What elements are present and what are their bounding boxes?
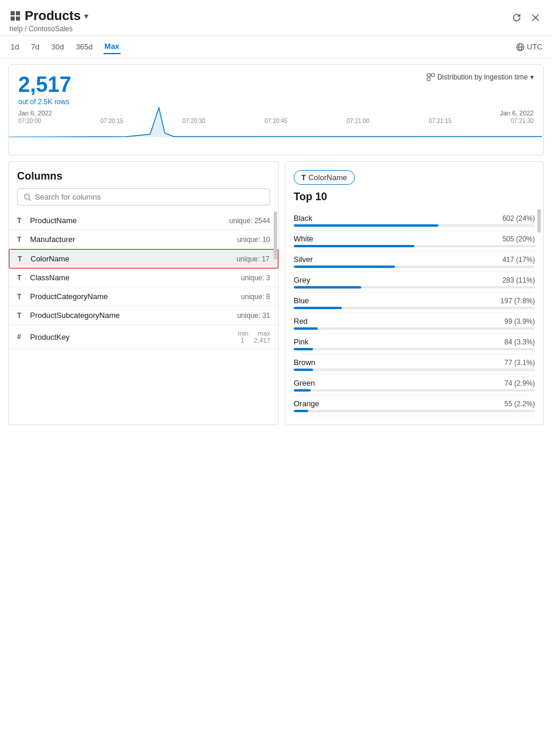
bar-row-top: Blue 197 (7.8%) [294,296,535,305]
max-label: max [258,330,270,337]
bar-fill [294,348,313,350]
bar-fill [294,224,438,227]
svg-rect-9 [427,74,430,77]
col-stats-colorname: unique: 17 [237,255,270,263]
col-minmax-values: 1 2,417 [238,337,270,344]
col-name-classname: ClassName [30,273,241,282]
bar-row-top: White 505 (20%) [294,234,535,243]
time-30d[interactable]: 30d [50,40,65,54]
bar-value: 283 (11%) [503,276,535,284]
bar-label: Brown [294,358,315,367]
columns-title: Columns [9,170,278,188]
svg-point-12 [24,194,29,199]
col-name-manufacturer: Manufacturer [30,235,237,244]
column-tag: T ColorName [294,170,355,185]
col-stats-classname: unique: 3 [241,274,270,282]
svg-rect-11 [427,78,430,81]
time-365d[interactable]: 365d [75,40,94,54]
bar-track [294,224,535,227]
column-search-box[interactable] [17,188,270,205]
bar-track [294,389,535,392]
svg-rect-0 [11,11,15,15]
bar-label: Silver [294,255,313,264]
time-max[interactable]: Max [104,39,121,54]
refresh-button[interactable] [510,11,524,25]
column-row-productkey[interactable]: # ProductKey min max 1 2,417 [9,325,278,349]
column-list: T ProductName unique: 2544 T Manufacture… [9,211,278,349]
col-minmax: min max [238,330,270,337]
page-title: Products [25,8,81,24]
bar-value: 197 (7.8%) [500,297,535,305]
svg-line-13 [29,198,31,200]
bar-label: Pink [294,337,308,346]
time-7d[interactable]: 7d [29,40,40,54]
distribution-button[interactable]: Distribution by Ingestion time ▾ [427,73,534,81]
bar-row-top: Brown 77 (3.1%) [294,358,535,367]
time-range-bar: 1d 7d 30d 365d Max UTC [0,36,552,58]
bar-label: Grey [294,276,310,284]
grid-icon [9,10,21,22]
bar-value: 417 (17%) [503,256,535,264]
column-row-colorname[interactable]: T ColorName unique: 17 [9,249,278,268]
bar-row-blue: Blue 197 (7.8%) [294,293,535,313]
detail-scrollbar[interactable] [537,209,541,233]
bar-fill [294,410,308,412]
bar-track [294,369,535,371]
chart-count-block: 2,517 out of 2.5K rows [18,73,71,106]
type-icon-productsubcategoryname: T [17,311,25,320]
bar-row-red: Red 99 (3.9%) [294,313,535,334]
bar-row-grey: Grey 283 (11%) [294,272,535,293]
bar-track [294,327,535,330]
bar-row-brown: Brown 77 (3.1%) [294,354,535,375]
column-row-classname[interactable]: T ClassName unique: 3 [9,268,278,287]
columns-scrollbar[interactable] [274,211,277,260]
bar-row-top: Grey 283 (11%) [294,276,535,284]
distribution-chevron: ▾ [530,73,534,81]
bar-value: 505 (20%) [503,235,535,243]
app-header: Products ▾ help / ContosoSales [0,0,552,36]
bar-label: White [294,234,313,243]
chart-header: 2,517 out of 2.5K rows Distribution by I… [18,73,534,106]
bar-value: 77 (3.1%) [504,359,535,367]
type-icon-productkey: # [17,333,25,341]
column-tag-icon: T [301,173,306,182]
min-label: min [238,330,248,337]
column-row-productcategoryname[interactable]: T ProductCategoryName unique: 8 [9,287,278,306]
type-icon-productcategoryname: T [17,293,25,301]
columns-panel: Columns T ProductName unique: 2544 T Man… [8,161,279,425]
bar-row-top: Black 602 (24%) [294,214,535,223]
column-row-productname[interactable]: T ProductName unique: 2544 [9,211,278,230]
svg-rect-10 [431,74,434,77]
type-icon-colorname: T [18,255,26,263]
col-name-productkey: ProductKey [30,333,238,341]
bar-value: 74 (2.9%) [504,379,535,387]
bar-value: 55 (2.2%) [504,400,535,408]
bar-label: Blue [294,296,309,305]
utc-button[interactable]: UTC [516,42,543,51]
col-name-colorname: ColorName [31,254,237,263]
chart-count: 2,517 [18,73,71,97]
time-1d[interactable]: 1d [9,40,20,54]
column-row-productsubcategoryname[interactable]: T ProductSubcategoryName unique: 31 [9,306,278,325]
bar-fill [294,266,395,268]
type-icon-classname: T [17,274,25,282]
type-icon-productname: T [17,217,25,225]
bar-value: 602 (24%) [503,214,535,223]
column-row-manufacturer[interactable]: T Manufacturer unique: 10 [9,230,278,249]
min-value: 1 [241,337,244,344]
bar-label: Green [294,379,315,387]
bar-row-white: White 505 (20%) [294,231,535,251]
bar-track [294,245,535,247]
close-button[interactable] [528,11,543,25]
distribution-label: Distribution by Ingestion time [437,73,528,81]
bar-track [294,286,535,289]
bar-row-top: Pink 84 (3.3%) [294,337,535,346]
search-input[interactable] [35,193,264,201]
chart-area: 2,517 out of 2.5K rows Distribution by I… [8,64,544,155]
bar-row-pink: Pink 84 (3.3%) [294,334,535,354]
bar-label: Orange [294,399,319,408]
main-content: Columns T ProductName unique: 2544 T Man… [0,161,552,425]
column-tag-name: ColorName [308,173,347,182]
bar-value: 99 (3.9%) [504,317,535,326]
bar-fill [294,286,361,289]
